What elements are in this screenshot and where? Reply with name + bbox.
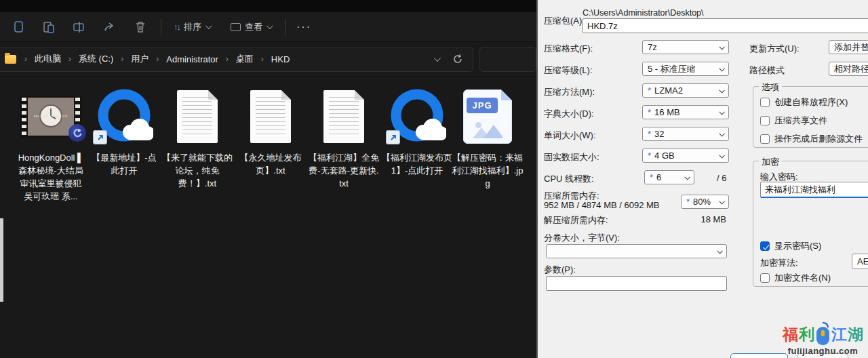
breadcrumb-users[interactable]: 用户 [129, 50, 151, 68]
breadcrumb-separator: › [156, 54, 159, 64]
shortcut-arrow-icon [93, 130, 107, 144]
sort-arrows-icon: ↑↓ [174, 22, 180, 32]
checkbox-icon [760, 98, 770, 107]
password-input[interactable] [760, 182, 868, 198]
method-select[interactable]: *LZMA2 [642, 83, 729, 98]
solid-block-select[interactable]: *4 GB [642, 148, 729, 163]
copy-icon[interactable] [7, 16, 30, 38]
level-label: 压缩等级(L): [544, 64, 593, 77]
toolbar-separator [285, 19, 285, 35]
chevron-down-icon [719, 199, 724, 204]
dictionary-select[interactable]: *16 MB [642, 105, 729, 119]
encrypt-filenames-checkbox[interactable]: 加密文件名(N) [760, 272, 831, 284]
file-name: 【福利江湖】全免费-无套路-更新快.txt [308, 151, 380, 190]
breadcrumb-desktop[interactable]: 桌面 [234, 50, 256, 68]
compress-shared-checkbox[interactable]: 压缩共享文件 [760, 115, 827, 127]
explorer-file-grid: HongKongDoll HongKongDoll ▌森林秘境-大结局 审讯室里… [0, 77, 536, 358]
breadcrumb-separator: › [68, 54, 71, 64]
paste-icon[interactable] [37, 16, 60, 38]
refresh-icon[interactable] [452, 54, 463, 64]
breadcrumb-separator: › [261, 54, 264, 64]
solid-block-label: 固实数据大小: [544, 151, 599, 163]
archive-label: 压缩包(A) [544, 15, 582, 27]
file-item-txt[interactable]: 【来了就能下载的论坛，纯免费！】.txt [161, 87, 233, 190]
breadcrumb-separator: › [121, 54, 123, 64]
delete-icon[interactable] [129, 16, 152, 38]
breadcrumb-this-pc[interactable]: 此电脑 [33, 50, 63, 68]
memory-usage-values: 952 MB / 4874 MB / 6092 MB [544, 200, 660, 210]
file-item-jpg[interactable]: JPG 【解压密码：来福利江湖找福利】.jpg [452, 87, 524, 190]
level-select[interactable]: 5 - 标准压缩 [642, 62, 729, 76]
explorer-toolbar: ↑↓ 排序 查看 ··· [0, 12, 536, 42]
explorer-titlebar [0, 0, 536, 12]
watermark-url: fulijianghu.com [783, 346, 863, 356]
share-icon[interactable] [98, 16, 121, 38]
update-mode-select[interactable]: 添加并替换 [829, 40, 868, 54]
breadcrumb-administrator[interactable]: Administrator [164, 52, 220, 67]
delete-after-checkbox[interactable]: 操作完成后删除源文件 [760, 133, 863, 145]
jpg-badge: JPG [467, 98, 498, 113]
word-size-select[interactable]: *32 [642, 127, 729, 141]
method-label: 压缩方法(M): [544, 86, 595, 98]
decompress-memory-value: 18 MB [546, 214, 726, 224]
parameters-label: 参数(P): [544, 264, 576, 276]
shortcut-arrow-icon [386, 130, 400, 144]
ok-button[interactable] [730, 353, 788, 358]
breadcrumb-hkd[interactable]: HKD [269, 52, 292, 67]
file-name: 【最新地址】-点此打开 [88, 151, 160, 177]
view-button[interactable]: 查看 [225, 17, 277, 37]
address-dropdown-icon[interactable] [434, 55, 441, 62]
file-name: 【来了就能下载的论坛，纯免费！】.txt [161, 151, 233, 190]
breadcrumb-drive-c[interactable]: 系统 (C:) [77, 50, 115, 68]
word-size-label: 单词大小(W): [544, 130, 596, 142]
chevron-down-icon [684, 174, 690, 180]
explorer-addressbar-row: › 此电脑 › 系统 (C:) › 用户 › Administrator › 桌… [0, 42, 536, 77]
search-input[interactable] [479, 47, 536, 72]
text-file-icon [323, 90, 364, 143]
chevron-down-icon [719, 109, 724, 115]
watermark-logo: 福 利 江 湖 fulijianghu.com [783, 324, 863, 356]
path-mode-select[interactable]: 相对路径 [829, 62, 868, 76]
toolbar-separator [161, 19, 161, 35]
background-window-edge [0, 218, 3, 302]
view-icon [231, 23, 241, 31]
file-name: 【福利江湖发布页1】-点此打开 [381, 151, 453, 177]
checkbox-icon [760, 116, 770, 125]
cpu-threads-select[interactable]: *6 [644, 170, 694, 184]
volume-size-select[interactable] [546, 244, 727, 258]
player-badge-icon [68, 124, 86, 142]
checkbox-icon [760, 134, 770, 144]
more-options-button[interactable]: ··· [292, 21, 315, 33]
file-item-video[interactable]: HongKongDoll HongKongDoll ▌森林秘境-大结局 审讯室里… [15, 87, 87, 203]
sort-button[interactable]: ↑↓ 排序 [168, 17, 216, 37]
format-label: 压缩格式(F): [544, 43, 593, 55]
breadcrumb-separator: › [24, 54, 27, 64]
qq-browser-icon [388, 87, 446, 146]
sort-label: 排序 [184, 21, 201, 33]
create-sfx-checkbox[interactable]: 创建自释放程序(X) [760, 96, 848, 108]
encryption-group-title: 加密 [759, 156, 782, 168]
file-item-shortcut[interactable]: 【最新地址】-点此打开 [88, 87, 160, 177]
breadcrumb-separator: › [226, 54, 229, 64]
chevron-down-icon [719, 66, 724, 71]
cpu-threads-label: CPU 线程数: [544, 173, 594, 185]
rename-icon[interactable] [68, 16, 91, 38]
file-item-txt[interactable]: 【永久地址发布页】.txt [235, 87, 307, 177]
archive-path: C:\Users\Administrator\Desktop\ [583, 8, 704, 18]
show-password-checkbox[interactable]: 显示密码(S) [760, 240, 821, 252]
encryption-method-select[interactable]: AES-256 [852, 254, 868, 269]
parameters-input[interactable] [546, 276, 727, 291]
memory-percent-select[interactable]: *80% [681, 195, 729, 209]
archive-name-input[interactable] [583, 18, 868, 33]
chevron-down-icon [719, 87, 724, 93]
breadcrumb[interactable]: › 此电脑 › 系统 (C:) › 用户 › Administrator › 桌… [0, 47, 473, 72]
view-label: 查看 [245, 21, 262, 33]
dictionary-label: 字典大小(D): [544, 108, 594, 120]
explorer-window: ↑↓ 排序 查看 ··· › 此电脑 › 系统 (C:) › 用户 [0, 0, 536, 358]
chevron-down-icon [205, 22, 212, 29]
qq-browser-icon [95, 87, 153, 146]
format-select[interactable]: 7z [642, 40, 729, 54]
file-item-txt[interactable]: 【福利江湖】全免费-无套路-更新快.txt [308, 87, 380, 190]
file-name: 【解压密码：来福利江湖找福利】.jpg [452, 151, 524, 190]
file-item-shortcut[interactable]: 【福利江湖发布页1】-点此打开 [381, 87, 453, 177]
